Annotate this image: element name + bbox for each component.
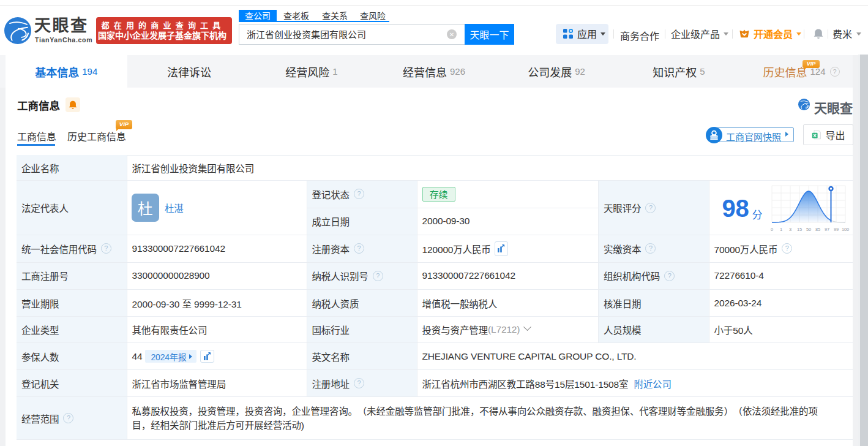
svg-text:100: 100 bbox=[841, 227, 848, 232]
svg-text:97: 97 bbox=[824, 227, 829, 232]
svg-text:15: 15 bbox=[796, 227, 801, 232]
svg-text:99: 99 bbox=[833, 227, 838, 232]
svg-text:1: 1 bbox=[779, 227, 782, 232]
svg-text:85: 85 bbox=[815, 227, 820, 232]
svg-text:0: 0 bbox=[770, 227, 773, 232]
svg-text:3: 3 bbox=[788, 227, 791, 232]
svg-text:50: 50 bbox=[806, 227, 810, 232]
